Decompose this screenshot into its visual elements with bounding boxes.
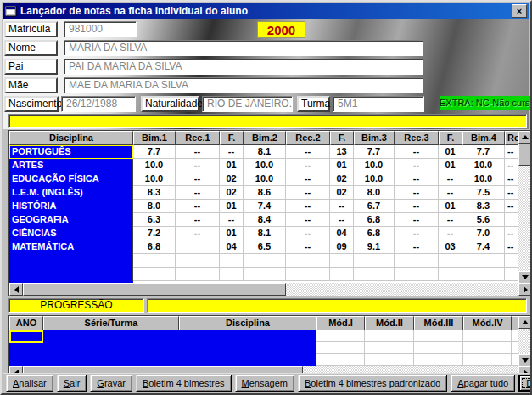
grade-cell[interactable]: 8.4	[244, 213, 286, 227]
grade-cell[interactable]: --	[176, 172, 220, 186]
module-cell[interactable]	[365, 342, 414, 354]
scroll-down-button[interactable]	[518, 271, 532, 284]
grade-cell[interactable]: 01	[439, 159, 462, 172]
module-cell[interactable]	[316, 330, 365, 342]
module-cell[interactable]	[463, 330, 512, 342]
grade-cell[interactable]: --	[286, 213, 330, 227]
grade-cell[interactable]: --	[395, 172, 439, 186]
grade-cell[interactable]: --	[286, 172, 330, 186]
grade-cell[interactable]: 8.1	[244, 227, 286, 240]
grade-cell[interactable]: --	[330, 213, 354, 227]
grade-cell[interactable]: 10.0	[462, 159, 505, 172]
grades-hscrollbar[interactable]	[9, 283, 532, 296]
grade-cell[interactable]	[220, 254, 244, 268]
scroll-up-button[interactable]	[518, 316, 532, 329]
grade-cell[interactable]: 02	[330, 186, 354, 200]
text-cell[interactable]	[43, 342, 179, 354]
mensagem-button[interactable]: Mensagem	[235, 375, 294, 392]
grade-cell[interactable]: --	[395, 240, 439, 254]
sair-button[interactable]: Sair	[57, 375, 87, 392]
grade-cell[interactable]: --	[286, 159, 330, 172]
scroll-down-button[interactable]	[518, 354, 532, 367]
module-cell[interactable]	[414, 330, 463, 342]
text-cell[interactable]	[9, 342, 43, 354]
grade-cell[interactable]: --	[220, 213, 244, 227]
grade-cell[interactable]: 02	[220, 172, 244, 186]
grade-cell[interactable]: 7.4	[244, 200, 286, 213]
grade-cell[interactable]	[176, 268, 220, 281]
grade-cell[interactable]: 7.7	[462, 145, 505, 159]
module-cell[interactable]	[316, 342, 365, 354]
grade-cell[interactable]: 8.3	[133, 186, 176, 200]
grade-cell[interactable]: --	[395, 227, 439, 240]
grade-cell[interactable]: 10.0	[354, 159, 395, 172]
grade-cell[interactable]: 02	[220, 186, 244, 200]
grade-cell[interactable]: --	[176, 200, 220, 213]
grade-cell[interactable]	[133, 254, 176, 268]
discipline-cell[interactable]: HISTÓRIA	[9, 200, 133, 213]
grade-cell[interactable]: 5.6	[462, 213, 505, 227]
grade-cell[interactable]: 13	[330, 145, 354, 159]
text-cell[interactable]	[43, 330, 179, 342]
modules-body[interactable]	[9, 330, 532, 367]
table-row[interactable]: GEOGRAFIA6.3----8.4----6.8----5.6	[9, 213, 532, 227]
text-cell[interactable]	[179, 354, 316, 366]
grade-cell[interactable]: 7.2	[133, 227, 176, 240]
discipline-cell[interactable]: PORTUGUÊS	[9, 145, 133, 159]
vscroll-thumb[interactable]	[518, 144, 532, 166]
matricula-input[interactable]: 981000	[64, 21, 137, 37]
selected-ano-cell[interactable]	[9, 330, 43, 343]
module-cell[interactable]	[463, 342, 512, 354]
grade-cell[interactable]: --	[439, 227, 462, 240]
naturalidade-input[interactable]: RIO DE JANEIRO.	[202, 96, 293, 112]
discipline-cell[interactable]	[9, 254, 133, 268]
module-cell[interactable]	[463, 354, 512, 366]
grades-body[interactable]: PORTUGUÊS7.7----8.1--137.7--017.7--ARTES…	[9, 145, 532, 284]
module-cell[interactable]	[414, 354, 463, 366]
empty-row[interactable]	[9, 268, 532, 281]
table-row[interactable]: EDUCAÇÃO FÍSICA10.0--0210.0--0210.0----1…	[9, 172, 532, 186]
grade-cell[interactable]: 6.8	[133, 240, 176, 254]
grade-cell[interactable]: 8.3	[462, 200, 505, 213]
grade-cell[interactable]: --	[176, 227, 220, 240]
title-bar[interactable]: Lançador de notas na ficha individual do…	[3, 3, 529, 19]
text-cell[interactable]	[179, 330, 316, 342]
boletim-4-bimestres-button[interactable]: Boletim 4 bimestres	[136, 375, 232, 392]
nascimento-input[interactable]: 26/12/1988	[61, 96, 136, 112]
grade-cell[interactable]: 10.0	[244, 159, 286, 172]
grade-cell[interactable]: --	[439, 186, 462, 200]
discipline-cell[interactable]	[9, 268, 133, 281]
grade-cell[interactable]: 9.1	[354, 240, 395, 254]
grade-cell[interactable]	[395, 268, 439, 281]
scroll-left-button[interactable]	[9, 283, 23, 296]
empty-row[interactable]	[9, 254, 532, 268]
grade-cell[interactable]: --	[395, 213, 439, 227]
grade-cell[interactable]: 10.0	[133, 159, 176, 172]
table-row[interactable]	[9, 354, 532, 366]
grade-cell[interactable]: --	[286, 240, 330, 254]
grade-cell[interactable]: --	[439, 213, 462, 227]
grade-cell[interactable]: 10.0	[354, 172, 395, 186]
modules-vscrollbar[interactable]	[518, 316, 532, 367]
grade-cell[interactable]: 02	[330, 172, 354, 186]
grade-cell[interactable]: --	[176, 186, 220, 200]
grade-cell[interactable]: --	[395, 145, 439, 159]
grade-cell[interactable]: 01	[220, 159, 244, 172]
analisar-button[interactable]: Analisar	[6, 375, 53, 392]
grade-cell[interactable]	[176, 240, 220, 254]
grade-cell[interactable]	[244, 254, 286, 268]
grade-cell[interactable]	[330, 268, 354, 281]
table-row[interactable]: L.E.M. (INGLÊS)8.3--028.6--028.0----7.5-…	[9, 186, 532, 200]
grade-cell[interactable]: --	[395, 186, 439, 200]
grade-cell[interactable]: 09	[330, 240, 354, 254]
grade-cell[interactable]: 8.0	[133, 200, 176, 213]
grade-cell[interactable]: --	[176, 145, 220, 159]
table-row[interactable]: HISTÓRIA8.0--017.4----6.7--018.3--	[9, 200, 532, 213]
grade-cell[interactable]: 6.7	[354, 200, 395, 213]
grade-cell[interactable]: 01	[439, 145, 462, 159]
grade-cell[interactable]	[354, 268, 395, 281]
grade-cell[interactable]: --	[286, 227, 330, 240]
grade-cell[interactable]	[395, 254, 439, 268]
table-row[interactable]	[9, 330, 532, 342]
grade-cell[interactable]: 6.5	[244, 240, 286, 254]
